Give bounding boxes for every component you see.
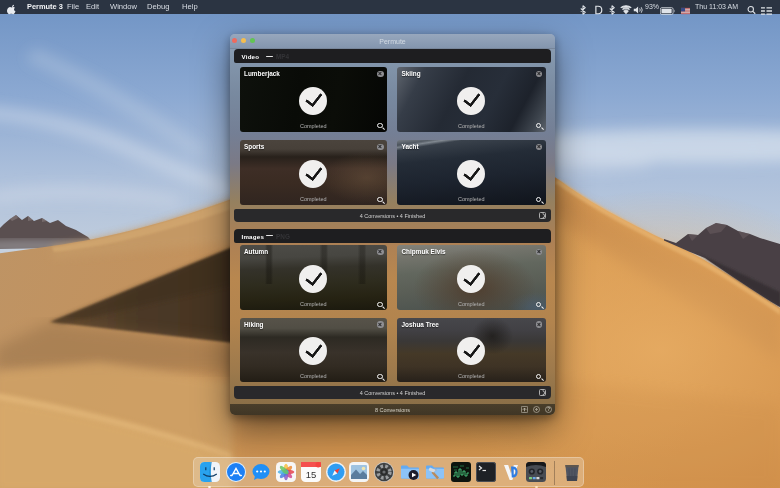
svg-text:?: ? [547, 407, 550, 412]
svg-text:15: 15 [306, 469, 317, 480]
